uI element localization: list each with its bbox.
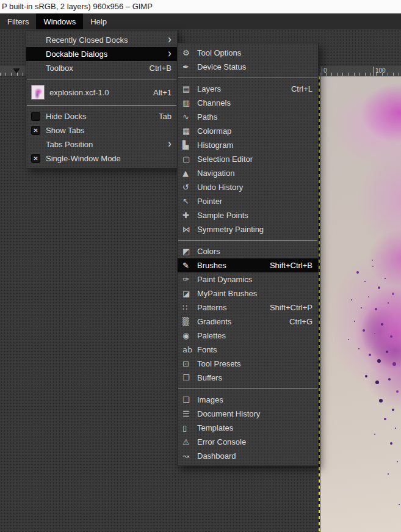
menu-item-lead: ☰ xyxy=(182,410,197,418)
menubar-item-windows[interactable]: Windows xyxy=(36,13,83,29)
menu-item-hide-docks[interactable]: Hide DocksTab xyxy=(26,109,177,123)
menu-item-label: Templates xyxy=(197,423,312,432)
menu-item-tool-presets[interactable]: ⊡Tool Presets xyxy=(178,357,318,371)
menu-item-lead: ✕ xyxy=(31,154,46,163)
checkbox-unchecked-icon xyxy=(31,112,40,121)
menu-bar: Filters Windows Help xyxy=(0,13,401,29)
menu-separator xyxy=(178,388,317,389)
menu-item-lead: ◉ xyxy=(182,332,197,340)
menu-item-lead: ❐ xyxy=(182,374,197,382)
menu-item-channels[interactable]: ▥Channels xyxy=(178,96,318,110)
menu-item-shortcut: Ctrl+L xyxy=(291,84,312,93)
menu-item-label: Sample Points xyxy=(197,211,312,220)
menu-item-lead: ▥ xyxy=(182,99,197,107)
windows-menu: Recently Closed Docks›Dockable Dialogs›T… xyxy=(26,30,178,169)
menu-item-layers[interactable]: ▤LayersCtrl+L xyxy=(178,82,318,96)
menu-item-sample-points[interactable]: ✚Sample Points xyxy=(178,208,318,222)
menubar-item-filters[interactable]: Filters xyxy=(0,13,36,29)
menu-item-label: Tool Presets xyxy=(197,359,312,368)
menu-item-navigation[interactable]: ▲Navigation xyxy=(178,166,318,180)
menu-item-shortcut: Ctrl+G xyxy=(289,317,312,326)
tool-presets-icon: ⊡ xyxy=(182,360,189,368)
menu-item-show-tabs[interactable]: ✕Show Tabs xyxy=(26,123,177,137)
menu-item-lead xyxy=(31,112,46,121)
ruler-label-0: 0 xyxy=(322,67,327,76)
menu-item-label: Selection Editor xyxy=(197,155,312,164)
menu-item-label: Tabs Position xyxy=(46,140,162,149)
menu-item-dockable-dialogs[interactable]: Dockable Dialogs› xyxy=(26,47,177,61)
ruler-label-100: 100 xyxy=(374,67,386,76)
menu-item-paint-dynamics[interactable]: ✑Paint Dynamics xyxy=(178,272,318,286)
menu-item-pointer[interactable]: ↖Pointer xyxy=(178,194,318,208)
menu-item-label: Document History xyxy=(197,409,312,418)
menu-item-device-status[interactable]: ✒Device Status xyxy=(178,60,318,74)
paint-dynamics-icon: ✑ xyxy=(182,275,189,283)
menu-item-label: Colors xyxy=(197,247,312,256)
menu-item-label: Recently Closed Docks xyxy=(46,35,162,45)
menu-item-colormap[interactable]: ▦Colormap xyxy=(178,124,318,138)
menu-item-shortcut: Shift+Ctrl+P xyxy=(270,303,312,312)
menu-item-label: Dashboard xyxy=(197,451,312,461)
menu-item-label: Pointer xyxy=(197,197,312,206)
menu-item-label: Undo History xyxy=(197,183,312,192)
menu-item-explosion-xcf-1-0[interactable]: explosion.xcf-1.0Alt+1 xyxy=(26,83,177,101)
menu-item-label: Tool Options xyxy=(197,48,312,57)
menu-item-document-history[interactable]: ☰Document History xyxy=(178,407,318,421)
menu-item-tabs-position[interactable]: Tabs Position› xyxy=(26,137,177,151)
menu-separator xyxy=(27,79,176,79)
menu-item-palettes[interactable]: ◉Palettes xyxy=(178,329,318,343)
navigation-icon: ▲ xyxy=(182,169,189,177)
menu-item-label: Toolbox xyxy=(46,64,141,73)
menu-item-label: Dockable Dialogs xyxy=(46,49,162,59)
menu-item-label: explosion.xcf-1.0 xyxy=(49,88,145,97)
menu-item-lead: ▙ xyxy=(182,141,197,149)
menu-item-error-console[interactable]: ⚠Error Console xyxy=(178,435,318,449)
menu-item-label: Error Console xyxy=(197,437,312,446)
menu-item-label: Buffers xyxy=(197,373,312,382)
dashboard-icon: ↝ xyxy=(182,452,189,460)
menu-item-paths[interactable]: ∿Paths xyxy=(178,110,318,124)
menubar-item-help[interactable]: Help xyxy=(83,13,114,29)
menu-item-label: Images xyxy=(197,395,312,404)
menu-item-brushes[interactable]: ✎BrushesShift+Ctrl+B xyxy=(178,258,318,272)
palettes-icon: ◉ xyxy=(182,332,189,340)
checkbox-checked-icon: ✕ xyxy=(31,126,40,135)
selection-editor-icon: ▢ xyxy=(182,155,190,163)
menu-item-recently-closed-docks[interactable]: Recently Closed Docks› xyxy=(26,33,177,47)
menu-item-tool-options[interactable]: ⚙Tool Options xyxy=(178,46,318,60)
menu-item-label: Colormap xyxy=(197,126,312,136)
menu-item-lead: ↺ xyxy=(182,183,197,191)
menu-item-histogram[interactable]: ▙Histogram xyxy=(178,138,318,152)
menu-item-label: Device Status xyxy=(197,62,312,71)
image-thumbnail xyxy=(31,85,45,100)
image-canvas[interactable] xyxy=(320,76,401,532)
buffers-icon: ❐ xyxy=(182,374,190,382)
menu-separator xyxy=(178,240,317,241)
menu-item-single-window-mode[interactable]: ✕Single-Window Mode xyxy=(26,151,177,166)
menu-item-label: Navigation xyxy=(197,169,312,178)
menu-item-templates[interactable]: ▯Templates xyxy=(178,421,318,435)
menu-item-toolbox[interactable]: ToolboxCtrl+B xyxy=(26,61,177,75)
menu-item-buffers[interactable]: ❐Buffers xyxy=(178,371,318,385)
dockable-dialogs-submenu: ⚙Tool Options✒Device Status▤LayersCtrl+L… xyxy=(177,43,319,466)
histogram-icon: ▙ xyxy=(182,141,189,149)
menu-item-symmetry-painting[interactable]: ⋈Symmetry Painting xyxy=(178,222,318,236)
menu-item-selection-editor[interactable]: ▢Selection Editor xyxy=(178,152,318,166)
menu-item-lead: ⚠ xyxy=(182,438,197,446)
mypaint-brushes-icon: ◪ xyxy=(182,290,190,297)
menu-item-mypaint-brushes[interactable]: ◪MyPaint Brushes xyxy=(178,286,318,301)
menu-item-label: MyPaint Brushes xyxy=(197,289,312,298)
menu-item-images[interactable]: ❏Images xyxy=(178,393,318,407)
menu-item-undo-history[interactable]: ↺Undo History xyxy=(178,180,318,194)
menu-item-label: Brushes xyxy=(197,261,261,270)
menu-item-patterns[interactable]: ∷PatternsShift+Ctrl+P xyxy=(178,301,318,315)
menu-item-label: Paths xyxy=(197,112,312,122)
menu-item-lead: ▲ xyxy=(182,169,197,177)
menu-item-label: Histogram xyxy=(197,140,312,150)
menu-item-label: Symmetry Painting xyxy=(197,225,312,234)
gradients-icon: ▒ xyxy=(182,318,189,326)
menu-item-dashboard[interactable]: ↝Dashboard xyxy=(178,449,318,463)
menu-item-gradients[interactable]: ▒GradientsCtrl+G xyxy=(178,315,318,329)
menu-item-fonts[interactable]: abFonts xyxy=(178,343,318,357)
menu-item-colors[interactable]: ◩Colors xyxy=(178,244,318,258)
